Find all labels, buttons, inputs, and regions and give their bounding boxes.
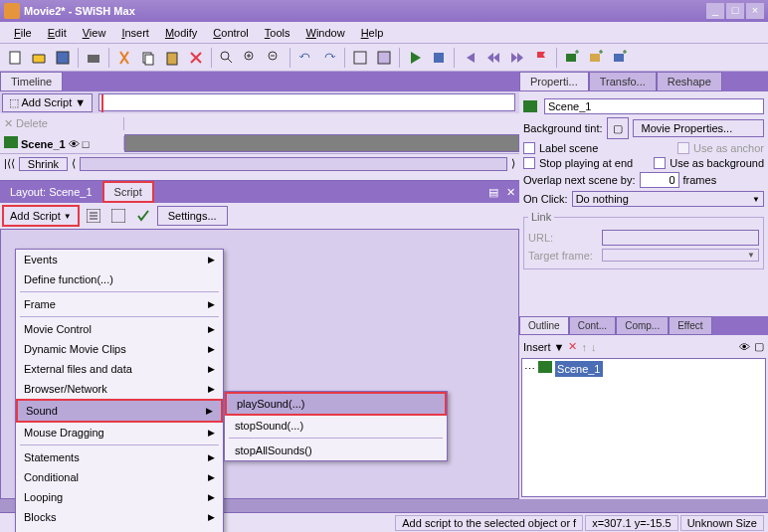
tab-script[interactable]: Script bbox=[102, 181, 154, 203]
layout-icon[interactable] bbox=[373, 47, 395, 69]
menu-frame[interactable]: Frame▶ bbox=[16, 294, 223, 314]
stop-icon[interactable] bbox=[428, 47, 450, 69]
menu-exceptions[interactable]: Exceptions (SWF7+)▶ bbox=[16, 527, 223, 532]
camera-icon[interactable] bbox=[83, 47, 104, 69]
on-click-select[interactable]: Do nothing bbox=[572, 191, 764, 207]
status-size: Unknown Size bbox=[680, 515, 764, 531]
submenu-stop-all[interactable]: stopAllSounds() bbox=[225, 441, 447, 460]
lock-icon[interactable]: ▢ bbox=[754, 340, 764, 353]
timeline-add-script[interactable]: ⬚ Add Script ▼ bbox=[2, 93, 93, 112]
outline-delete-icon[interactable]: ✕ bbox=[568, 340, 577, 353]
tab-properties[interactable]: Properti... bbox=[519, 72, 589, 91]
maximize-button[interactable]: □ bbox=[726, 3, 744, 19]
menu-tools[interactable]: Tools bbox=[257, 25, 298, 41]
outline-tree-item[interactable]: ⋯ Scene_1 bbox=[524, 361, 763, 377]
tab-layout[interactable]: Layout: Scene_1 bbox=[0, 183, 102, 201]
new-icon[interactable] bbox=[4, 47, 26, 69]
scene-icon bbox=[523, 100, 537, 112]
tab-components[interactable]: Comp... bbox=[616, 316, 669, 335]
use-bg-checkbox[interactable] bbox=[654, 157, 666, 169]
app-icon bbox=[4, 3, 20, 19]
menu-events[interactable]: Events▶ bbox=[16, 250, 223, 269]
stop-playing-checkbox[interactable] bbox=[523, 157, 535, 169]
zoom-in-icon[interactable] bbox=[240, 47, 262, 69]
menu-help[interactable]: Help bbox=[353, 25, 392, 41]
script-check-icon[interactable] bbox=[132, 205, 154, 227]
copy-icon[interactable] bbox=[137, 47, 159, 69]
arrow-down-icon[interactable]: ↓ bbox=[591, 341, 597, 353]
eye-icon[interactable]: 👁 bbox=[739, 341, 750, 353]
menu-insert[interactable]: Insert bbox=[113, 25, 157, 41]
add-script-dropdown[interactable]: Add Script bbox=[2, 205, 80, 227]
submenu-play-sound[interactable]: playSound(...) bbox=[225, 392, 447, 416]
svg-rect-16 bbox=[111, 209, 125, 223]
tab-outline[interactable]: Outline bbox=[519, 316, 569, 335]
rewind-icon[interactable] bbox=[482, 47, 504, 69]
search-icon[interactable] bbox=[216, 47, 238, 69]
redo-icon[interactable] bbox=[318, 47, 340, 69]
menu-sound[interactable]: Sound▶ bbox=[16, 399, 223, 423]
menu-edit[interactable]: Edit bbox=[40, 25, 75, 41]
insert-dropdown[interactable]: Insert ▼ bbox=[523, 341, 564, 353]
menu-statements[interactable]: Statements▶ bbox=[16, 447, 223, 467]
panel-close-icon[interactable]: ✕ bbox=[502, 186, 519, 199]
forward-icon[interactable] bbox=[506, 47, 528, 69]
minimize-button[interactable]: _ bbox=[706, 3, 724, 19]
scene-row[interactable]: Scene_1 👁 □ bbox=[0, 136, 124, 150]
menu-modify[interactable]: Modify bbox=[157, 25, 205, 41]
tab-content[interactable]: Cont... bbox=[569, 316, 616, 335]
script-list-icon[interactable] bbox=[83, 205, 104, 227]
rewind-start-icon[interactable] bbox=[459, 47, 480, 69]
tab-transform[interactable]: Transfo... bbox=[589, 72, 657, 91]
add-scene-icon[interactable] bbox=[561, 47, 583, 69]
menu-browser[interactable]: Browser/Network▶ bbox=[16, 379, 223, 399]
add-script-context-menu: Events▶ Define function(...) Frame▶ Movi… bbox=[15, 249, 224, 532]
menu-conditional[interactable]: Conditional▶ bbox=[16, 467, 223, 487]
tab-reshape[interactable]: Reshape bbox=[657, 72, 722, 91]
open-icon[interactable] bbox=[28, 47, 50, 69]
add-layer-icon[interactable] bbox=[585, 47, 607, 69]
submenu-stop-sound[interactable]: stopSound(...) bbox=[225, 416, 447, 436]
menu-movie-control[interactable]: Movie Control▶ bbox=[16, 319, 223, 339]
play-icon[interactable] bbox=[404, 47, 426, 69]
delete-icon[interactable] bbox=[185, 47, 207, 69]
scene-icon bbox=[538, 361, 552, 373]
window-title: Movie2* - SWiSH Max bbox=[24, 5, 704, 17]
menu-dynamic-clips[interactable]: Dynamic Movie Clips▶ bbox=[16, 339, 223, 359]
scene-icon bbox=[4, 136, 18, 148]
script-tree-icon[interactable] bbox=[107, 205, 129, 227]
flag-icon[interactable] bbox=[530, 47, 552, 69]
label-scene-checkbox[interactable] bbox=[523, 142, 535, 154]
settings-button[interactable]: Settings... bbox=[157, 206, 228, 226]
bg-tint-swatch[interactable]: ▢ bbox=[607, 117, 629, 139]
tab-effect[interactable]: Effect bbox=[669, 316, 711, 335]
menu-external[interactable]: External files and data▶ bbox=[16, 359, 223, 379]
add-object-icon[interactable] bbox=[609, 47, 631, 69]
sound-submenu: playSound(...) stopSound(...) stopAllSou… bbox=[224, 391, 448, 461]
menu-define-function[interactable]: Define function(...) bbox=[16, 269, 223, 289]
menu-view[interactable]: View bbox=[75, 25, 114, 41]
cut-icon[interactable] bbox=[113, 47, 135, 69]
props-icon[interactable] bbox=[349, 47, 371, 69]
menu-looping[interactable]: Looping▶ bbox=[16, 487, 223, 507]
movie-props-button[interactable]: Movie Properties... bbox=[633, 119, 765, 137]
menu-window[interactable]: Window bbox=[298, 25, 353, 41]
shrink-button[interactable]: Shrink bbox=[19, 157, 68, 171]
menu-control[interactable]: Control bbox=[205, 25, 256, 41]
menu-blocks[interactable]: Blocks▶ bbox=[16, 507, 223, 527]
undo-icon[interactable] bbox=[294, 47, 316, 69]
overlap-input[interactable] bbox=[640, 172, 679, 188]
close-button[interactable]: × bbox=[746, 3, 764, 19]
scene-name-input[interactable] bbox=[544, 98, 764, 114]
arrow-up-icon[interactable]: ↑ bbox=[581, 341, 587, 353]
zoom-out-icon[interactable] bbox=[264, 47, 286, 69]
save-icon[interactable] bbox=[52, 47, 74, 69]
panel-menu-icon[interactable]: ▤ bbox=[484, 186, 502, 199]
svg-point-6 bbox=[221, 52, 229, 60]
menu-mouse[interactable]: Mouse Dragging▶ bbox=[16, 423, 223, 443]
paste-icon[interactable] bbox=[161, 47, 183, 69]
menu-file[interactable]: File bbox=[6, 25, 40, 41]
svg-rect-12 bbox=[566, 54, 576, 62]
toolbar bbox=[0, 44, 768, 72]
tab-timeline[interactable]: Timeline bbox=[0, 72, 63, 91]
